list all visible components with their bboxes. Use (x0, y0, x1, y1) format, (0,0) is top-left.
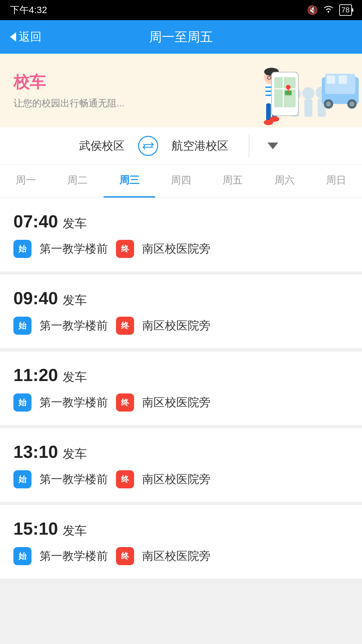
header: 返回 周一至周五 (0, 20, 362, 54)
start-stop: 第一教学楼前 (40, 548, 108, 564)
schedule-item[interactable]: 11:20 发车 始 第一教学楼前 终 南区校医院旁 (0, 352, 362, 425)
schedule-time-row: 11:20 发车 (13, 365, 349, 385)
day-tab-周五[interactable]: 周五 (207, 164, 258, 198)
schedule-item[interactable]: 15:10 发车 始 第一教学楼前 终 南区校医院旁 (0, 505, 362, 579)
svg-rect-9 (327, 75, 335, 84)
schedule-list: 07:40 发车 始 第一教学楼前 终 南区校医院旁 09:40 发车 始 第一… (0, 198, 362, 579)
svg-rect-4 (304, 99, 312, 117)
end-stop: 南区校医院旁 (142, 395, 210, 410)
schedule-time-row: 15:10 发车 (13, 519, 349, 539)
back-button[interactable]: 返回 (10, 29, 42, 45)
end-stop: 南区校医院旁 (142, 472, 210, 487)
day-tab-周一[interactable]: 周一 (0, 164, 52, 198)
svg-point-27 (270, 116, 279, 122)
schedule-time: 13:10 (13, 442, 58, 462)
route-to: 航空港校区 (172, 138, 229, 154)
start-badge: 始 (13, 240, 32, 258)
banner: 校车 让您的校园出行畅通无阻... (0, 54, 362, 127)
schedule-time-row: 09:40 发车 (13, 288, 349, 309)
notification-icon: 🔇 (307, 5, 318, 15)
end-badge: 终 (116, 470, 134, 488)
page-title: 周一至周五 (149, 29, 213, 46)
start-stop: 第一教学楼前 (40, 395, 108, 410)
schedule-time-row: 13:10 发车 (13, 442, 349, 462)
end-badge: 终 (116, 240, 134, 258)
start-stop: 第一教学楼前 (40, 241, 108, 257)
wifi-icon (322, 4, 335, 16)
day-tab-周三[interactable]: 周三 (104, 164, 155, 198)
chevron-left-icon (10, 32, 16, 42)
start-badge: 始 (13, 317, 32, 335)
route-dropdown-button[interactable] (263, 136, 283, 156)
svg-point-34 (286, 85, 291, 90)
schedule-route: 始 第一教学楼前 终 南区校医院旁 (13, 470, 349, 488)
depart-label: 发车 (63, 215, 87, 232)
chevron-down-icon (267, 143, 278, 149)
start-stop: 第一教学楼前 (40, 472, 108, 487)
schedule-route: 始 第一教学楼前 终 南区校医院旁 (13, 317, 349, 335)
route-swap-button[interactable] (138, 136, 158, 156)
route-from: 武侯校区 (79, 138, 125, 154)
schedule-route: 始 第一教学楼前 终 南区校医院旁 (13, 547, 349, 565)
depart-label: 发车 (63, 292, 87, 309)
end-stop: 南区校医院旁 (142, 318, 210, 333)
status-bar: 下午4:32 🔇 78 (0, 0, 362, 20)
schedule-item[interactable]: 13:10 发车 始 第一教学楼前 终 南区校医院旁 (0, 428, 362, 502)
depart-label: 发车 (63, 523, 87, 539)
schedule-route: 始 第一教学楼前 终 南区校医院旁 (13, 240, 349, 258)
svg-rect-10 (339, 75, 347, 84)
svg-point-12 (326, 102, 331, 106)
start-stop: 第一教学楼前 (40, 318, 108, 333)
status-time: 下午4:32 (10, 4, 47, 16)
day-tab-周四[interactable]: 周四 (155, 164, 207, 198)
battery-level: 78 (342, 6, 350, 14)
start-badge: 始 (13, 470, 32, 488)
schedule-item[interactable]: 09:40 发车 始 第一教学楼前 终 南区校医院旁 (0, 275, 362, 348)
day-tab-周六[interactable]: 周六 (258, 164, 310, 198)
back-label: 返回 (19, 29, 42, 45)
battery-icon: 78 (339, 4, 352, 16)
end-stop: 南区校医院旁 (142, 548, 210, 564)
banner-illustration (168, 54, 362, 127)
depart-label: 发车 (63, 369, 87, 385)
start-badge: 始 (13, 393, 32, 412)
status-icons: 🔇 78 (307, 4, 352, 16)
end-badge: 终 (116, 547, 134, 565)
svg-point-3 (302, 87, 314, 99)
schedule-item[interactable]: 07:40 发车 始 第一教学楼前 终 南区校医院旁 (0, 198, 362, 271)
end-badge: 终 (116, 393, 134, 412)
schedule-time-row: 07:40 发车 (13, 211, 349, 232)
day-tab-周日[interactable]: 周日 (310, 164, 362, 198)
schedule-time: 15:10 (13, 519, 58, 539)
route-selector: 武侯校区 航空港校区 (0, 127, 362, 164)
schedule-time: 07:40 (13, 211, 58, 231)
end-badge: 终 (116, 317, 134, 335)
route-divider (249, 134, 249, 158)
schedule-time: 09:40 (13, 288, 58, 308)
schedule-route: 始 第一教学楼前 终 南区校医院旁 (13, 393, 349, 412)
start-badge: 始 (13, 547, 32, 565)
svg-point-0 (327, 11, 329, 12)
end-stop: 南区校医院旁 (142, 241, 210, 257)
schedule-time: 11:20 (13, 365, 58, 385)
depart-label: 发车 (63, 446, 87, 462)
day-tab-周二[interactable]: 周二 (52, 164, 103, 198)
svg-point-14 (350, 102, 354, 106)
day-tabs: 周一周二周三周四周五周六周日 (0, 164, 362, 198)
